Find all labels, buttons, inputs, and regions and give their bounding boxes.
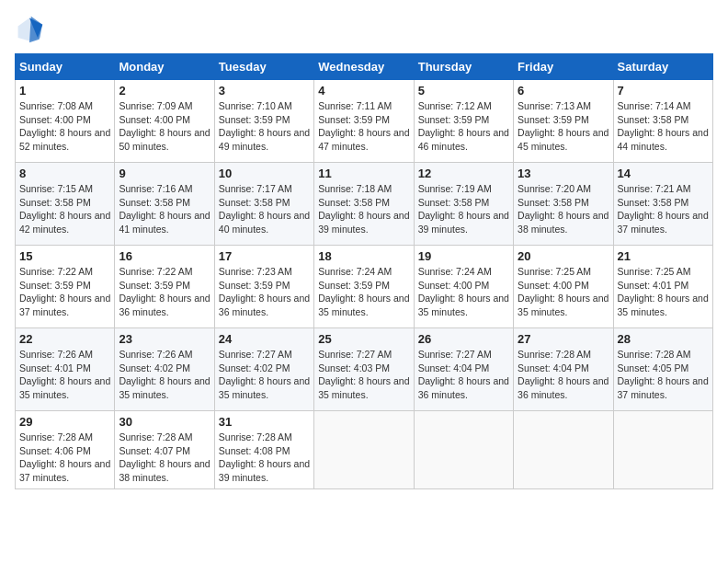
page-header xyxy=(15,15,713,44)
day-info: Sunrise: 7:17 AM Sunset: 3:58 PM Dayligh… xyxy=(219,182,310,236)
day-info: Sunrise: 7:25 AM Sunset: 4:01 PM Dayligh… xyxy=(618,265,709,319)
day-number: 30 xyxy=(119,415,210,429)
table-row: 6 Sunrise: 7:13 AM Sunset: 3:59 PM Dayli… xyxy=(514,80,613,163)
table-row: 7 Sunrise: 7:14 AM Sunset: 3:58 PM Dayli… xyxy=(613,80,712,163)
table-row: 24 Sunrise: 7:27 AM Sunset: 4:02 PM Dayl… xyxy=(214,328,313,411)
day-info: Sunrise: 7:14 AM Sunset: 3:58 PM Dayligh… xyxy=(618,99,709,154)
calendar-table: Sunday Monday Tuesday Wednesday Thursday… xyxy=(15,53,713,489)
table-row: 19 Sunrise: 7:24 AM Sunset: 4:00 PM Dayl… xyxy=(414,246,513,328)
table-row: 2 Sunrise: 7:09 AM Sunset: 4:00 PM Dayli… xyxy=(115,80,214,163)
day-info: Sunrise: 7:22 AM Sunset: 3:59 PM Dayligh… xyxy=(119,265,210,319)
day-number: 4 xyxy=(318,84,409,98)
calendar-week-3: 15 Sunrise: 7:22 AM Sunset: 3:59 PM Dayl… xyxy=(16,246,713,328)
table-row: 9 Sunrise: 7:16 AM Sunset: 3:58 PM Dayli… xyxy=(115,163,214,246)
day-info: Sunrise: 7:23 AM Sunset: 3:59 PM Dayligh… xyxy=(219,265,310,319)
table-row: 23 Sunrise: 7:26 AM Sunset: 4:02 PM Dayl… xyxy=(115,328,214,411)
day-info: Sunrise: 7:12 AM Sunset: 3:59 PM Dayligh… xyxy=(418,99,509,154)
calendar-week-1: 1 Sunrise: 7:08 AM Sunset: 4:00 PM Dayli… xyxy=(16,80,713,163)
day-info: Sunrise: 7:24 AM Sunset: 4:00 PM Dayligh… xyxy=(418,265,509,319)
day-number: 7 xyxy=(618,84,709,98)
day-number: 10 xyxy=(219,167,310,180)
day-number: 22 xyxy=(19,332,110,346)
table-row: 10 Sunrise: 7:17 AM Sunset: 3:58 PM Dayl… xyxy=(214,163,313,246)
table-row: 17 Sunrise: 7:23 AM Sunset: 3:59 PM Dayl… xyxy=(214,246,313,328)
logo xyxy=(15,15,48,44)
day-info: Sunrise: 7:26 AM Sunset: 4:01 PM Dayligh… xyxy=(19,348,110,402)
day-number: 17 xyxy=(219,249,310,263)
day-info: Sunrise: 7:28 AM Sunset: 4:04 PM Dayligh… xyxy=(518,348,609,402)
day-number: 16 xyxy=(119,249,210,263)
table-row: 31 Sunrise: 7:28 AM Sunset: 4:08 PM Dayl… xyxy=(214,411,313,489)
day-number: 8 xyxy=(19,167,110,180)
day-info: Sunrise: 7:08 AM Sunset: 4:00 PM Dayligh… xyxy=(19,99,110,154)
day-number: 14 xyxy=(618,167,709,180)
day-info: Sunrise: 7:27 AM Sunset: 4:03 PM Dayligh… xyxy=(318,348,409,402)
calendar-week-4: 22 Sunrise: 7:26 AM Sunset: 4:01 PM Dayl… xyxy=(16,328,713,411)
day-info: Sunrise: 7:27 AM Sunset: 4:02 PM Dayligh… xyxy=(219,348,310,402)
day-number: 6 xyxy=(518,84,609,98)
day-number: 18 xyxy=(318,249,409,263)
table-row: 13 Sunrise: 7:20 AM Sunset: 3:58 PM Dayl… xyxy=(514,163,613,246)
day-number: 11 xyxy=(318,167,409,180)
day-info: Sunrise: 7:10 AM Sunset: 3:59 PM Dayligh… xyxy=(219,99,310,154)
day-info: Sunrise: 7:26 AM Sunset: 4:02 PM Dayligh… xyxy=(119,348,210,402)
table-row: 21 Sunrise: 7:25 AM Sunset: 4:01 PM Dayl… xyxy=(613,246,712,328)
day-info: Sunrise: 7:20 AM Sunset: 3:58 PM Dayligh… xyxy=(518,182,609,236)
col-wednesday: Wednesday xyxy=(314,54,414,80)
day-number: 28 xyxy=(618,332,709,346)
col-sunday: Sunday xyxy=(16,54,115,80)
table-row: 28 Sunrise: 7:28 AM Sunset: 4:05 PM Dayl… xyxy=(613,328,712,411)
day-number: 24 xyxy=(219,332,310,346)
table-row: 1 Sunrise: 7:08 AM Sunset: 4:00 PM Dayli… xyxy=(16,80,115,163)
table-row xyxy=(514,411,613,489)
table-row: 29 Sunrise: 7:28 AM Sunset: 4:06 PM Dayl… xyxy=(16,411,115,489)
table-row: 26 Sunrise: 7:27 AM Sunset: 4:04 PM Dayl… xyxy=(414,328,513,411)
calendar-week-5: 29 Sunrise: 7:28 AM Sunset: 4:06 PM Dayl… xyxy=(16,411,713,489)
table-row: 12 Sunrise: 7:19 AM Sunset: 3:58 PM Dayl… xyxy=(414,163,513,246)
day-info: Sunrise: 7:27 AM Sunset: 4:04 PM Dayligh… xyxy=(418,348,509,402)
day-number: 27 xyxy=(518,332,609,346)
day-number: 19 xyxy=(418,249,509,263)
day-info: Sunrise: 7:09 AM Sunset: 4:00 PM Dayligh… xyxy=(119,99,210,154)
table-row: 22 Sunrise: 7:26 AM Sunset: 4:01 PM Dayl… xyxy=(16,328,115,411)
day-number: 13 xyxy=(518,167,609,180)
day-number: 29 xyxy=(19,415,110,429)
calendar-week-2: 8 Sunrise: 7:15 AM Sunset: 3:58 PM Dayli… xyxy=(16,163,713,246)
col-saturday: Saturday xyxy=(613,54,712,80)
calendar-header-row: Sunday Monday Tuesday Wednesday Thursday… xyxy=(16,54,713,80)
logo-icon xyxy=(15,15,44,44)
table-row: 15 Sunrise: 7:22 AM Sunset: 3:59 PM Dayl… xyxy=(16,246,115,328)
day-number: 2 xyxy=(119,84,210,98)
table-row: 27 Sunrise: 7:28 AM Sunset: 4:04 PM Dayl… xyxy=(514,328,613,411)
day-info: Sunrise: 7:21 AM Sunset: 3:58 PM Dayligh… xyxy=(618,182,709,236)
table-row: 25 Sunrise: 7:27 AM Sunset: 4:03 PM Dayl… xyxy=(314,328,414,411)
day-number: 20 xyxy=(518,249,609,263)
table-row xyxy=(314,411,414,489)
day-number: 9 xyxy=(119,167,210,180)
day-number: 3 xyxy=(219,84,310,98)
day-info: Sunrise: 7:15 AM Sunset: 3:58 PM Dayligh… xyxy=(19,182,110,236)
day-number: 21 xyxy=(618,249,709,263)
day-info: Sunrise: 7:28 AM Sunset: 4:07 PM Dayligh… xyxy=(119,431,210,485)
table-row: 4 Sunrise: 7:11 AM Sunset: 3:59 PM Dayli… xyxy=(314,80,414,163)
col-thursday: Thursday xyxy=(414,54,513,80)
day-number: 12 xyxy=(418,167,509,180)
day-number: 26 xyxy=(418,332,509,346)
table-row: 18 Sunrise: 7:24 AM Sunset: 3:59 PM Dayl… xyxy=(314,246,414,328)
table-row xyxy=(414,411,513,489)
day-info: Sunrise: 7:13 AM Sunset: 3:59 PM Dayligh… xyxy=(518,99,609,154)
day-info: Sunrise: 7:28 AM Sunset: 4:06 PM Dayligh… xyxy=(19,431,110,485)
day-info: Sunrise: 7:19 AM Sunset: 3:58 PM Dayligh… xyxy=(418,182,509,236)
day-number: 5 xyxy=(418,84,509,98)
day-info: Sunrise: 7:28 AM Sunset: 4:05 PM Dayligh… xyxy=(618,348,709,402)
table-row: 3 Sunrise: 7:10 AM Sunset: 3:59 PM Dayli… xyxy=(214,80,313,163)
day-number: 15 xyxy=(19,249,110,263)
table-row: 5 Sunrise: 7:12 AM Sunset: 3:59 PM Dayli… xyxy=(414,80,513,163)
table-row: 14 Sunrise: 7:21 AM Sunset: 3:58 PM Dayl… xyxy=(613,163,712,246)
day-number: 25 xyxy=(318,332,409,346)
table-row: 11 Sunrise: 7:18 AM Sunset: 3:58 PM Dayl… xyxy=(314,163,414,246)
day-info: Sunrise: 7:16 AM Sunset: 3:58 PM Dayligh… xyxy=(119,182,210,236)
table-row xyxy=(613,411,712,489)
day-number: 31 xyxy=(219,415,310,429)
day-number: 23 xyxy=(119,332,210,346)
